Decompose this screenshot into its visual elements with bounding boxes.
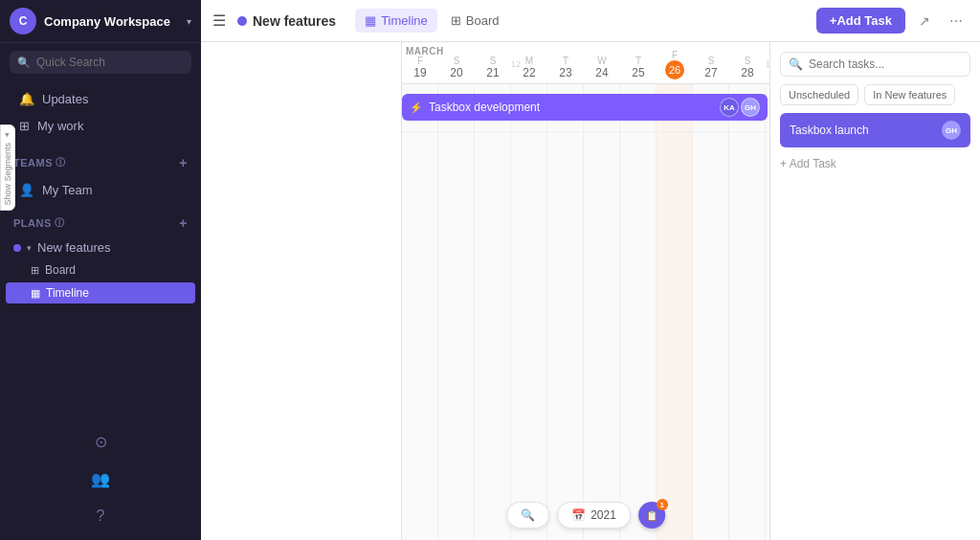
- sidebar-search: 🔍: [0, 43, 201, 81]
- topbar: ☰ New features ▦ Timeline ⊞ Board +Add T…: [201, 0, 980, 42]
- updates-label: Updates: [42, 92, 88, 106]
- person-icon: 👤: [19, 183, 34, 197]
- date-cell-27: S27: [693, 56, 729, 83]
- topbar-actions: +Add Task ↗ ⋯: [816, 8, 969, 34]
- year-button[interactable]: 📅 2021: [557, 502, 631, 529]
- notifications-button[interactable]: 📋 1: [638, 502, 665, 529]
- timeline-task-row: ⚡ Taskbox development KA GH: [402, 84, 769, 132]
- grid-col-4: [547, 84, 584, 540]
- topbar-tabs: ▦ Timeline ⊞ Board: [355, 9, 508, 33]
- quick-search-input[interactable]: [36, 56, 184, 69]
- notif-badge: 1: [657, 499, 668, 510]
- plan-label: New features: [37, 240, 111, 255]
- project-name: New features: [253, 13, 336, 29]
- sidebar-item-myteam[interactable]: 👤 My Team: [6, 177, 195, 203]
- zoom-icon: 🔍: [521, 508, 535, 522]
- timeline-tab-icon: ▦: [365, 13, 376, 28]
- date-cell-26: F26: [657, 50, 693, 83]
- plans-label: PLANS: [13, 217, 52, 229]
- date-cell-24: W24: [584, 56, 620, 83]
- teams-info-icon: ⓘ: [56, 156, 66, 169]
- filter-in-new-features[interactable]: In New features: [864, 84, 955, 105]
- date-cell-23: T23: [547, 56, 584, 83]
- plan-dot-icon: [13, 244, 21, 252]
- grid-col-9: [729, 84, 766, 540]
- sidebar-item-mywork[interactable]: ⊞ My work: [6, 113, 195, 139]
- search-icon: 🔍: [17, 56, 31, 69]
- task-bar-taskbox[interactable]: ⚡ Taskbox development KA GH: [402, 94, 768, 121]
- timeline-container: ▸ Show Segments MARCH APRIL F19S20S2112M…: [201, 42, 980, 540]
- right-task-avatar-gh: GH: [942, 121, 961, 140]
- grid-col-2: [475, 84, 511, 540]
- sidebar-icon-help[interactable]: ?: [0, 500, 201, 532]
- grid-icon: ⊞: [19, 119, 30, 133]
- myteam-label: My Team: [42, 183, 93, 197]
- right-search-icon: 🔍: [789, 57, 803, 71]
- sidebar-icon-home[interactable]: ⊙: [0, 425, 201, 459]
- avatar-gh: GH: [741, 98, 760, 117]
- chevron-icon: ▾: [27, 243, 32, 253]
- mywork-label: My work: [37, 119, 83, 133]
- sidebar: C Company Workspace ▾ 🔍 🔔 Updates ⊞ My w…: [0, 0, 201, 540]
- teams-label: TEAMs: [13, 157, 53, 169]
- timeline-icon: ▦: [31, 287, 40, 300]
- tab-board[interactable]: ⊞ Board: [441, 9, 509, 33]
- date-cell-29: 13M29: [766, 56, 769, 83]
- plans-add-button[interactable]: +: [179, 215, 188, 231]
- right-task-label: Taskbox launch: [790, 124, 869, 137]
- share-button[interactable]: ↗: [913, 10, 936, 33]
- right-panel: 🔍 Unscheduled In New features Taskbox la…: [769, 42, 980, 540]
- task-bar-label: Taskbox development: [429, 101, 540, 114]
- plans-info-icon: ⓘ: [55, 216, 65, 230]
- filter-tabs: Unscheduled In New features: [780, 84, 970, 105]
- timeline-tab-label: Timeline: [381, 13, 428, 28]
- teams-add-button[interactable]: +: [179, 155, 188, 170]
- zoom-button[interactable]: 🔍: [506, 502, 549, 529]
- hamburger-icon[interactable]: ☰: [212, 11, 226, 30]
- task-bar-icon: ⚡: [410, 101, 423, 114]
- search-box[interactable]: 🔍: [10, 51, 191, 74]
- grid-col-1: [438, 84, 475, 540]
- year-label: 2021: [590, 508, 616, 522]
- timeline-main: MARCH APRIL F19S20S2112M22T23W24T25F26S2…: [402, 42, 769, 540]
- grid-col-3: [511, 84, 547, 540]
- filter-unscheduled[interactable]: Unscheduled: [780, 84, 858, 105]
- board-label: Board: [45, 263, 76, 277]
- more-options-button[interactable]: ⋯: [944, 10, 969, 33]
- right-panel-search-box[interactable]: 🔍: [780, 52, 970, 77]
- grid-col-5: [584, 84, 620, 540]
- date-cell-25: T25: [620, 56, 657, 83]
- right-add-task-link[interactable]: + Add Task: [780, 155, 970, 172]
- workspace-dropdown-icon[interactable]: ▾: [187, 16, 191, 27]
- board-icon: ⊞: [31, 264, 39, 277]
- bell-icon: 🔔: [19, 92, 34, 106]
- sidebar-bottom-icons: ⊙ 👥 ?: [0, 417, 201, 540]
- task-bar-avatars: KA GH: [720, 98, 760, 117]
- tab-timeline[interactable]: ▦ Timeline: [355, 9, 437, 33]
- sidebar-sub-board[interactable]: ⊞ Board: [6, 259, 195, 281]
- timeline-label: Timeline: [46, 286, 89, 300]
- date-cell-20: S20: [438, 56, 475, 83]
- timeline-left-panel: ▸ Show Segments: [201, 42, 402, 540]
- timeline-body: ⚡ Taskbox development KA GH: [402, 84, 769, 540]
- main-content: ☰ New features ▦ Timeline ⊞ Board +Add T…: [201, 0, 980, 540]
- project-dot-icon: [237, 16, 247, 26]
- sidebar-item-updates[interactable]: 🔔 Updates: [6, 86, 195, 112]
- sidebar-plan-newfeatures[interactable]: ▾ New features: [0, 236, 201, 259]
- grid-col-8: [693, 84, 729, 540]
- date-cell-28: S28: [729, 56, 766, 83]
- grid-col-7: [657, 84, 693, 540]
- sidebar-nav: 🔔 Updates ⊞ My work: [0, 81, 201, 144]
- right-search-input[interactable]: [809, 57, 962, 71]
- notif-icon: 📋: [646, 510, 657, 521]
- breadcrumb: New features: [237, 13, 336, 29]
- date-cells: F19S20S2112M22T23W24T25F26S27S2813M29T30…: [402, 42, 769, 83]
- add-task-button[interactable]: +Add Task: [816, 8, 905, 34]
- timeline-grid: [402, 84, 769, 540]
- date-header: MARCH APRIL F19S20S2112M22T23W24T25F26S2…: [402, 42, 769, 84]
- sidebar-sub-timeline[interactable]: ▦ Timeline: [6, 282, 195, 304]
- right-task-taskbox-launch[interactable]: Taskbox launch GH: [780, 113, 970, 147]
- sidebar-icon-people[interactable]: 👥: [0, 462, 201, 496]
- board-tab-label: Board: [466, 13, 500, 28]
- grid-col-0: [402, 84, 438, 540]
